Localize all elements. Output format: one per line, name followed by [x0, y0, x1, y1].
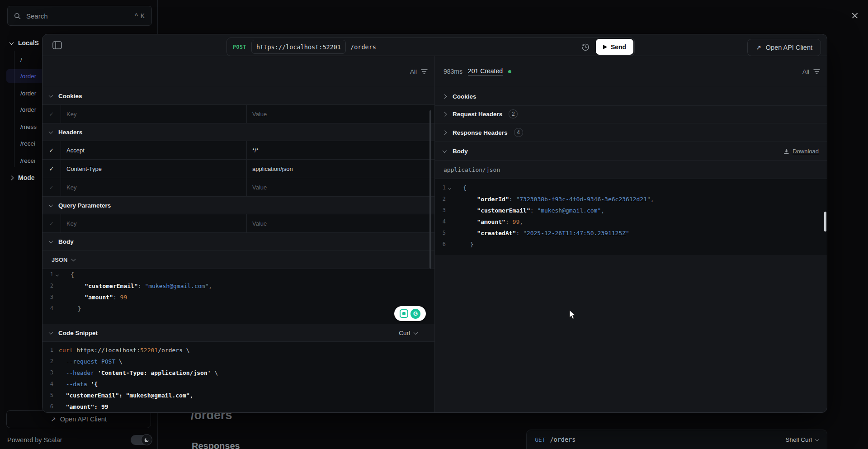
chevron-right-icon: [443, 94, 447, 99]
sidebar-open-api-client-button[interactable]: ↗ Open API Client: [6, 410, 151, 428]
chevron-down-icon: [9, 40, 14, 45]
grammarly-badge[interactable]: G: [394, 306, 426, 321]
request-body-header[interactable]: Body: [42, 233, 434, 250]
example-path: /orders: [550, 436, 576, 443]
row-checkbox[interactable]: ✓: [42, 214, 61, 232]
query-kv-row-empty: ✓ Key Value: [42, 214, 434, 233]
curl-snippet-block[interactable]: 1curl https://localhost:52201/orders \2 …: [42, 342, 434, 413]
chevron-down-icon: [443, 148, 447, 153]
search-input[interactable]: [25, 12, 130, 20]
response-filter[interactable]: All: [802, 68, 827, 75]
row-checkbox[interactable]: ✓: [42, 105, 61, 123]
request-panel: All Cookies ✓ Key Value Headers ✓ Accept…: [42, 56, 434, 413]
extension-icon: [400, 309, 408, 318]
key-input[interactable]: Accept: [61, 141, 247, 159]
search-box[interactable]: ^ K: [7, 6, 152, 26]
response-status-row: 983ms 201 Created All: [435, 56, 827, 87]
chevron-down-icon: [414, 330, 418, 335]
method-badge: POST: [233, 44, 246, 50]
response-duration: 983ms: [443, 68, 462, 75]
chevron-down-icon: [71, 257, 76, 261]
address-bar[interactable]: POST https://localhost:52201 /orders Sen…: [226, 38, 635, 56]
responses-heading: Responses: [192, 441, 240, 449]
response-body-viewer[interactable]: 1{2 "orderId": "7323038b-f93c-4f0d-9346-…: [435, 179, 827, 255]
app-screen: ^ K LocalS / /order /order /order /mess …: [0, 0, 868, 449]
value-input[interactable]: */*: [247, 141, 434, 159]
chevron-down-icon: [815, 437, 820, 441]
chevron-right-icon: [9, 175, 14, 180]
chevron-down-icon: [49, 93, 53, 98]
filter-icon[interactable]: [421, 69, 428, 75]
count-badge: 2: [509, 109, 518, 118]
request-scrollbar[interactable]: [429, 110, 431, 269]
send-button[interactable]: Send: [596, 39, 633, 55]
header-kv-row-empty: ✓ Key Value: [42, 178, 434, 197]
external-link-icon: ↗: [756, 44, 761, 51]
request-body-editor[interactable]: 1{2 "customerEmail": "mukesh@gmail.com",…: [42, 269, 434, 324]
chevron-down-icon: [49, 203, 53, 207]
key-input[interactable]: Key: [61, 178, 247, 196]
moon-icon: [144, 437, 150, 443]
sidebar-toggle-icon[interactable]: [52, 41, 62, 51]
response-content-type: application/json: [435, 161, 827, 179]
key-input[interactable]: Key: [61, 105, 247, 123]
request-query-params-header[interactable]: Query Parameters: [42, 197, 434, 214]
powered-by-scalar-label: Powered by Scalar: [7, 436, 62, 444]
open-api-client-button[interactable]: ↗ Open API Client: [747, 39, 821, 56]
api-client-modal: POST https://localhost:52201 /orders Sen…: [42, 34, 827, 413]
path-field[interactable]: /orders: [350, 43, 376, 51]
filter-all-label[interactable]: All: [410, 68, 417, 75]
response-request-headers-header[interactable]: Request Headers 2: [435, 105, 827, 123]
response-scrollbar[interactable]: [824, 212, 826, 232]
example-language-select[interactable]: Shell Curl: [785, 436, 819, 443]
response-cookies-header[interactable]: Cookies: [435, 87, 827, 106]
response-body-header[interactable]: Body Download: [435, 142, 827, 161]
dark-mode-toggle[interactable]: [131, 435, 151, 445]
header-row-content-type: ✓ Content-Type application/json: [42, 160, 434, 178]
value-input[interactable]: Value: [247, 214, 434, 232]
status-dot-icon: [508, 70, 511, 73]
key-input[interactable]: Content-Type: [61, 160, 247, 178]
mouse-cursor: [569, 310, 577, 320]
status-badge[interactable]: 201 Created: [468, 67, 503, 76]
response-panel: 983ms 201 Created All Cookies Request He…: [435, 56, 827, 413]
request-cookies-header[interactable]: Cookies: [42, 87, 434, 105]
response-headers-header[interactable]: Response Headers 4: [435, 123, 827, 142]
cookie-kv-row: ✓ Key Value: [42, 105, 434, 123]
snippet-language-select[interactable]: Curl: [399, 330, 434, 336]
key-input[interactable]: Key: [61, 214, 247, 232]
filter-icon: [813, 69, 820, 75]
chevron-right-icon: [443, 130, 447, 135]
header-row-accept: ✓ Accept */*: [42, 141, 434, 160]
chevron-down-icon: [49, 129, 53, 134]
chevron-down-icon: [49, 239, 53, 243]
chevron-right-icon: [443, 112, 447, 116]
value-input[interactable]: Value: [247, 105, 434, 123]
request-filter-row: All: [42, 56, 434, 87]
search-icon: [14, 13, 21, 19]
code-snippet-header[interactable]: Code Snippet Curl: [42, 324, 434, 342]
close-button[interactable]: [849, 9, 861, 21]
value-input[interactable]: Value: [247, 178, 434, 196]
row-checkbox[interactable]: ✓: [42, 178, 61, 196]
external-link-icon: ↗: [51, 416, 56, 423]
download-link[interactable]: Download: [783, 148, 827, 155]
example-method: GET: [535, 436, 545, 443]
toggle-knob: [141, 434, 152, 445]
search-shortcut: ^ K: [135, 12, 145, 19]
download-icon: [783, 148, 789, 154]
modal-topbar: POST https://localhost:52201 /orders Sen…: [42, 34, 827, 56]
request-example-card: GET /orders Shell Curl: [526, 430, 827, 449]
chevron-down-icon: [49, 330, 53, 335]
body-format-select[interactable]: JSON: [42, 250, 434, 269]
close-icon: [852, 11, 858, 20]
request-headers-header[interactable]: Headers: [42, 123, 434, 141]
count-badge: 4: [514, 128, 523, 137]
value-input[interactable]: application/json: [247, 160, 434, 178]
grammarly-icon: G: [410, 309, 420, 319]
row-checkbox-checked[interactable]: ✓: [42, 160, 61, 178]
play-icon: [603, 45, 607, 49]
history-icon[interactable]: [581, 43, 590, 51]
base-url-field[interactable]: https://localhost:52201: [251, 40, 346, 54]
row-checkbox-checked[interactable]: ✓: [42, 141, 61, 159]
